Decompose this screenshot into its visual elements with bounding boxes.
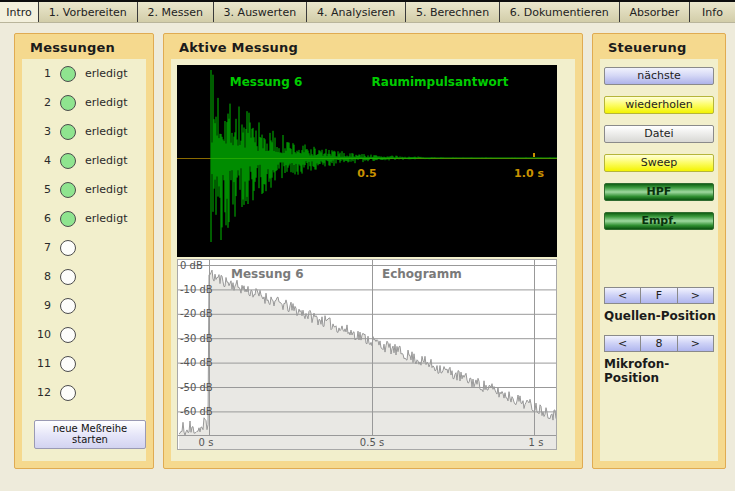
- microphone-position-value[interactable]: 8: [641, 335, 677, 352]
- status-led: [60, 385, 76, 401]
- measurement-row-9[interactable]: 9: [22, 291, 146, 320]
- tab-bar: Intro1. Vorbereiten2. Messen3. Auswerten…: [0, 0, 735, 23]
- echogram-y-label: -60 dB: [180, 406, 213, 417]
- measurement-status: erledigt: [85, 67, 127, 80]
- app-window: Intro1. Vorbereiten2. Messen3. Auswerten…: [0, 0, 735, 491]
- measurement-row-2[interactable]: 2erledigt: [22, 88, 146, 117]
- measurements-panel-body: 1erledigt2erledigt3erledigt4erledigt5erl…: [22, 59, 146, 461]
- impulse-response-chart: Messung 6Raumimpulsantwort0.51.0 s: [177, 65, 557, 257]
- active-measurement-panel: Aktive Messung Messung 6Raumimpulsantwor…: [163, 33, 583, 469]
- source-position-prev-button[interactable]: <: [604, 287, 641, 304]
- measurement-number: 1: [34, 67, 51, 80]
- measurement-status: erledigt: [85, 212, 127, 225]
- measurement-number: 7: [34, 241, 51, 254]
- measurement-number: 5: [34, 183, 51, 196]
- measurement-status: erledigt: [85, 154, 127, 167]
- tab-intro[interactable]: Intro: [0, 2, 39, 22]
- measurement-number: 9: [34, 299, 51, 312]
- measurement-number: 6: [34, 212, 51, 225]
- measurement-row-11[interactable]: 11: [22, 349, 146, 378]
- active-measurement-title: Aktive Messung: [164, 34, 582, 59]
- hpf-button[interactable]: HPF: [604, 183, 714, 201]
- source-position-stepper: <F>: [604, 287, 714, 304]
- tab-info[interactable]: Info: [690, 2, 735, 22]
- microphone-position-stepper: <8>: [604, 335, 714, 352]
- empf-button[interactable]: Empf.: [604, 212, 714, 230]
- measurement-row-3[interactable]: 3erledigt: [22, 117, 146, 146]
- echogram-y-label: -40 dB: [180, 357, 213, 368]
- control-panel-body: nächstewiederholenDateiSweepHPFEmpf.<F>Q…: [600, 59, 718, 461]
- measurement-number: 4: [34, 154, 51, 167]
- impulse-tick-label-10: 1.0 s: [514, 167, 544, 180]
- status-led: [60, 298, 76, 314]
- status-led: [60, 182, 76, 198]
- measurements-panel-title: Messungen: [15, 34, 153, 59]
- echogram-area-fill: [179, 270, 556, 450]
- status-led: [60, 327, 76, 343]
- sweep-button[interactable]: Sweep: [604, 154, 714, 172]
- active-measurement-body: Messung 6Raumimpulsantwort0.51.0 s 0 dB-…: [171, 59, 575, 461]
- measurement-list: 1erledigt2erledigt3erledigt4erledigt5erl…: [22, 59, 146, 407]
- new-series-button[interactable]: neue Meßreihe starten: [34, 420, 146, 449]
- impulse-tick-1s: [533, 153, 535, 157]
- tab-4-analysieren[interactable]: 4. Analysieren: [307, 2, 406, 22]
- echogram-y-label: -30 dB: [180, 333, 213, 344]
- tab-2-messen[interactable]: 2. Messen: [138, 2, 214, 22]
- echogram-subtitle: Echogramm: [382, 267, 462, 281]
- source-position-label: Quellen-Position: [600, 309, 716, 323]
- tab-6-dokumentieren[interactable]: 6. Dokumentieren: [500, 2, 620, 22]
- microphone-position-next-button[interactable]: >: [678, 335, 714, 352]
- status-led: [60, 124, 76, 140]
- measurement-row-7[interactable]: 7: [22, 233, 146, 262]
- source-position-value[interactable]: F: [641, 287, 677, 304]
- microphone-position-label: Mikrofon-Position: [600, 357, 718, 385]
- echogram-y-label: -50 dB: [180, 382, 213, 393]
- echogram-y-label: -20 dB: [180, 308, 213, 319]
- wiederholen-button[interactable]: wiederholen: [604, 96, 714, 114]
- measurement-row-1[interactable]: 1erledigt: [22, 59, 146, 88]
- datei-button[interactable]: Datei: [604, 125, 714, 143]
- status-led: [60, 269, 76, 285]
- status-led: [60, 356, 76, 372]
- echogram-title: Messung 6: [231, 267, 304, 281]
- control-panel-title: Steuerung: [593, 34, 725, 59]
- measurement-status: erledigt: [85, 96, 127, 109]
- tab-5-berechnen[interactable]: 5. Berechnen: [406, 2, 500, 22]
- tab-1-vorbereiten[interactable]: 1. Vorbereiten: [39, 2, 138, 22]
- measurement-row-12[interactable]: 12: [22, 378, 146, 407]
- measurement-number: 12: [34, 386, 51, 399]
- measurement-row-10[interactable]: 10: [22, 320, 146, 349]
- echogram-x-label-05s: 0.5 s: [360, 437, 384, 448]
- measurement-number: 11: [34, 357, 51, 370]
- measurement-status: erledigt: [85, 125, 127, 138]
- measurement-row-5[interactable]: 5erledigt: [22, 175, 146, 204]
- control-panel: Steuerung nächstewiederholenDateiSweepHP…: [592, 33, 726, 469]
- echogram-x-label-1s: 1 s: [529, 437, 544, 448]
- impulse-waveform: [211, 70, 557, 242]
- status-led: [60, 153, 76, 169]
- status-led: [60, 211, 76, 227]
- measurement-number: 8: [34, 270, 51, 283]
- measurement-number: 10: [34, 328, 51, 341]
- nächste-button[interactable]: nächste: [604, 67, 714, 85]
- echogram-chart: 0 dB-10 dB-20 dB-30 dB-40 dB-50 dB-60 dB…: [177, 259, 557, 450]
- tab-absorber[interactable]: Absorber: [620, 2, 691, 22]
- impulse-tick-label-05: 0.5: [357, 167, 377, 180]
- status-led: [60, 240, 76, 256]
- microphone-position-prev-button[interactable]: <: [604, 335, 641, 352]
- measurement-row-4[interactable]: 4erledigt: [22, 146, 146, 175]
- tab-3-auswerten[interactable]: 3. Auswerten: [214, 2, 307, 22]
- impulse-title: Messung 6: [230, 75, 303, 89]
- impulse-subtitle: Raumimpulsantwort: [372, 75, 509, 89]
- measurement-row-8[interactable]: 8: [22, 262, 146, 291]
- status-led: [60, 95, 76, 111]
- echogram-y-label: 0 dB: [180, 260, 203, 271]
- measurement-row-6[interactable]: 6erledigt: [22, 204, 146, 233]
- status-led: [60, 66, 76, 82]
- measurement-number: 2: [34, 96, 51, 109]
- measurement-number: 3: [34, 125, 51, 138]
- echogram-y-label: -10 dB: [180, 284, 213, 295]
- measurement-status: erledigt: [85, 183, 127, 196]
- measurements-panel: Messungen 1erledigt2erledigt3erledigt4er…: [14, 33, 154, 469]
- source-position-next-button[interactable]: >: [678, 287, 714, 304]
